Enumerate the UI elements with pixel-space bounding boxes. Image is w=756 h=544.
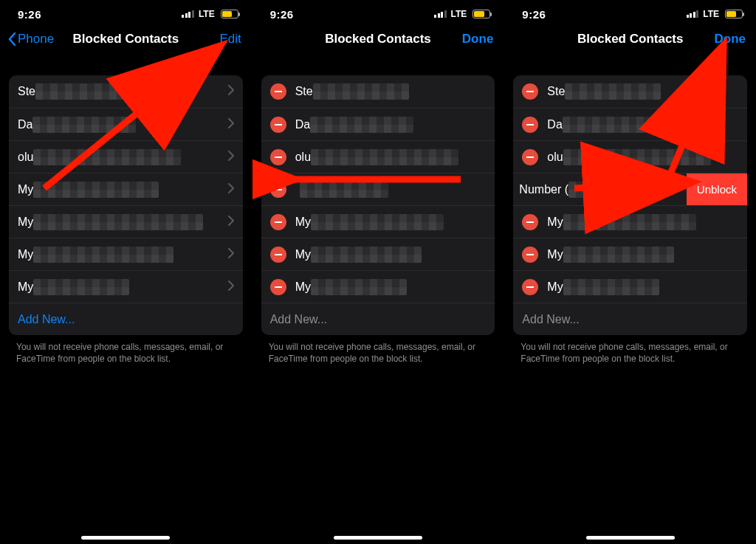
- contact-row[interactable]: My: [9, 238, 243, 270]
- remove-icon[interactable]: [270, 182, 286, 198]
- contact-row-edit[interactable]: My: [513, 238, 747, 270]
- nav-bar: Blocked Contacts Done: [504, 24, 756, 56]
- redacted-area: [33, 149, 181, 165]
- contact-row-edit[interactable]: My: [261, 238, 495, 270]
- redacted-area: [32, 117, 136, 133]
- chevron-right-icon: [228, 85, 234, 98]
- remove-icon[interactable]: [522, 83, 538, 100]
- contact-row-edit[interactable]: My: [513, 205, 747, 238]
- footer-description: You will not receive phone calls, messag…: [504, 335, 756, 365]
- done-button[interactable]: Done: [715, 32, 746, 47]
- chevron-right-icon: [228, 183, 234, 196]
- redacted-area: [563, 214, 696, 230]
- contact-row-edit[interactable]: Ste: [261, 75, 495, 108]
- redacted-area: [311, 149, 458, 165]
- redacted-area: [563, 279, 659, 295]
- chevron-right-icon: [228, 248, 234, 261]
- chevron-right-icon: [228, 151, 234, 164]
- remove-icon[interactable]: [522, 117, 538, 133]
- redacted-area: [568, 182, 620, 198]
- redacted-area: [311, 279, 407, 295]
- redacted-area: [35, 83, 131, 100]
- status-bar: 9:26 LTE: [504, 0, 756, 24]
- redacted-area: [563, 149, 711, 165]
- battery-icon: [472, 10, 490, 18]
- phone-screen-2: 9:26 LTE Blocked Contacts Done Ste Da: [252, 0, 504, 544]
- carrier-label: LTE: [703, 9, 719, 19]
- phone-screen-1: 9:26 LTE Phone Blocked Contacts Edit Ste: [0, 0, 252, 544]
- signal-icon: [182, 10, 194, 18]
- chevron-left-icon: [7, 32, 16, 47]
- footer-description: You will not receive phone calls, messag…: [252, 335, 504, 365]
- remove-icon[interactable]: [270, 117, 286, 133]
- signal-icon: [687, 10, 699, 18]
- redacted-area: [33, 247, 173, 263]
- contact-row-edit[interactable]: olu: [261, 140, 495, 173]
- contact-row-edit[interactable]: My: [513, 270, 747, 303]
- phone-screen-3: 9:26 LTE Blocked Contacts Done Ste Da: [504, 0, 756, 544]
- redacted-area: [313, 83, 409, 100]
- signal-icon: [434, 10, 447, 18]
- carrier-label: LTE: [451, 9, 467, 19]
- redacted-area: [563, 117, 666, 133]
- contact-row[interactable]: My: [9, 205, 243, 238]
- add-new-button[interactable]: Add New...: [9, 303, 243, 335]
- redacted-area: [33, 182, 159, 198]
- unblock-button[interactable]: Unblock: [687, 173, 747, 205]
- carrier-label: LTE: [199, 9, 215, 19]
- add-new-button[interactable]: Add New...: [261, 303, 495, 335]
- redacted-area: [565, 83, 661, 100]
- status-time: 9:26: [18, 8, 41, 21]
- redacted-area: [33, 279, 129, 295]
- remove-icon[interactable]: [270, 149, 286, 165]
- add-new-button[interactable]: Add New...: [513, 303, 747, 335]
- chevron-right-icon: [228, 280, 234, 294]
- remove-icon[interactable]: [270, 83, 286, 100]
- battery-icon: [221, 10, 238, 18]
- redacted-area: [300, 182, 388, 198]
- chevron-right-icon: [228, 118, 234, 131]
- home-indicator: [334, 536, 422, 540]
- redacted-area: [563, 247, 674, 263]
- remove-icon[interactable]: [270, 279, 286, 295]
- remove-icon[interactable]: [522, 149, 538, 165]
- status-time: 9:26: [270, 8, 294, 21]
- battery-icon: [725, 10, 743, 18]
- contact-row[interactable]: My: [9, 173, 243, 205]
- edit-button[interactable]: Edit: [219, 32, 241, 47]
- blocked-list-swipe: Ste Da olu Number ( Unblock My: [513, 75, 747, 335]
- contact-row-edit[interactable]: Da: [261, 108, 495, 140]
- contact-row[interactable]: Da: [9, 108, 243, 140]
- chevron-right-icon: [228, 216, 234, 229]
- contact-row-swiped[interactable]: Number ( Unblock: [513, 173, 747, 205]
- remove-icon[interactable]: [522, 214, 538, 230]
- redacted-area: [311, 247, 422, 263]
- contact-row-edit[interactable]: Ste: [513, 75, 747, 108]
- remove-icon[interactable]: [522, 247, 538, 263]
- status-time: 9:26: [522, 8, 546, 21]
- back-button[interactable]: Phone: [7, 32, 54, 47]
- contact-row[interactable]: My: [9, 270, 243, 303]
- blocked-list: Ste Da olu My My: [9, 75, 243, 335]
- footer-description: You will not receive phone calls, messag…: [0, 335, 252, 365]
- contact-row-edit[interactable]: My: [261, 205, 495, 238]
- done-button[interactable]: Done: [462, 32, 494, 47]
- contact-row[interactable]: olu: [9, 140, 243, 173]
- redacted-area: [310, 117, 413, 133]
- contact-row-edit[interactable]: Da: [513, 108, 747, 140]
- blocked-list-edit: Ste Da olu My: [261, 75, 495, 335]
- nav-bar: Blocked Contacts Done: [252, 24, 504, 56]
- status-bar: 9:26 LTE: [252, 0, 504, 24]
- contact-row[interactable]: Ste: [9, 75, 243, 108]
- contact-row-edit[interactable]: olu: [513, 140, 747, 173]
- nav-bar: Phone Blocked Contacts Edit: [0, 24, 252, 56]
- home-indicator: [586, 536, 675, 540]
- remove-icon[interactable]: [270, 247, 286, 263]
- status-bar: 9:26 LTE: [0, 0, 252, 24]
- redacted-area: [311, 214, 444, 230]
- remove-icon[interactable]: [270, 214, 286, 230]
- contact-row-edit[interactable]: [261, 173, 495, 205]
- remove-icon[interactable]: [522, 279, 538, 295]
- contact-row-edit[interactable]: My: [261, 270, 495, 303]
- redacted-area: [33, 214, 203, 230]
